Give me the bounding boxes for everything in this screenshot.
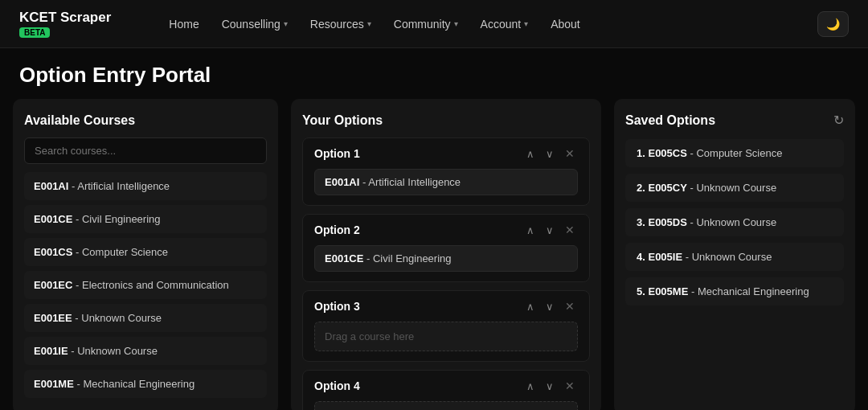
option-close-button[interactable]: ✕ xyxy=(562,299,578,314)
option-down-button[interactable]: ∨ xyxy=(542,300,557,314)
nav-account-label: Account xyxy=(481,18,522,31)
refresh-button[interactable]: ↻ xyxy=(833,114,844,127)
beta-badge: BETA xyxy=(19,27,50,38)
saved-options-heading: Saved Options xyxy=(625,113,715,128)
option-actions: ∧ ∨ ✕ xyxy=(523,379,578,393)
course-item[interactable]: E001CS - Computer Science xyxy=(24,238,267,266)
option-up-button[interactable]: ∧ xyxy=(523,223,538,237)
main-layout: Available Courses E001AI - Artificial In… xyxy=(0,99,868,410)
saved-list: 1. E005CS - Computer Science2. E005CY - … xyxy=(625,139,844,305)
nav-home-label: Home xyxy=(169,18,199,31)
course-item[interactable]: E001CE - Civil Engineering xyxy=(24,205,267,233)
option-header: Option 2 ∧ ∨ ✕ xyxy=(303,215,589,245)
option-body: Drag a course here xyxy=(303,322,589,361)
option-header: Option 3 ∧ ∨ ✕ xyxy=(303,291,589,322)
nav-account-chevron: ▾ xyxy=(524,19,528,28)
option-label: Option 4 xyxy=(314,379,360,392)
option-up-button[interactable]: ∧ xyxy=(523,379,538,393)
available-courses-panel: Available Courses E001AI - Artificial In… xyxy=(13,99,278,410)
saved-options-header: Saved Options ↻ xyxy=(625,113,844,128)
option-up-button[interactable]: ∧ xyxy=(523,147,538,161)
option-down-button[interactable]: ∨ xyxy=(542,223,557,237)
option-card: Option 4 ∧ ∨ ✕ Drag a course here xyxy=(302,370,590,410)
available-courses-heading: Available Courses xyxy=(24,113,267,128)
options-list: Option 1 ∧ ∨ ✕ E001AI - Artificial Intel… xyxy=(302,137,590,410)
saved-item: 3. E005DS - Unknown Course xyxy=(625,208,844,236)
nav-counselling-label: Counselling xyxy=(222,18,280,31)
saved-item: 4. E005IE - Unknown Course xyxy=(625,243,844,271)
nav-resources-label: Resources xyxy=(310,18,364,31)
nav-community[interactable]: Community ▾ xyxy=(384,11,468,37)
course-item[interactable]: E001EC - Electronics and Communication xyxy=(24,271,267,299)
saved-item: 2. E005CY - Unknown Course xyxy=(625,174,844,202)
saved-item: 5. E005ME - Mechanical Engineering xyxy=(625,277,844,305)
saved-item: 1. E005CS - Computer Science xyxy=(625,139,844,167)
nav-account[interactable]: Account ▾ xyxy=(471,11,538,37)
nav-counselling-chevron: ▾ xyxy=(284,19,288,28)
drag-placeholder: Drag a course here xyxy=(314,322,578,351)
drag-placeholder: Drag a course here xyxy=(314,401,578,410)
nav-about-label: About xyxy=(551,18,580,31)
courses-list: E001AI - Artificial IntelligenceE001CE -… xyxy=(24,172,267,398)
navbar: KCET Scraper BETA Home Counselling ▾ Res… xyxy=(0,0,868,48)
option-close-button[interactable]: ✕ xyxy=(562,223,578,237)
nav-about[interactable]: About xyxy=(541,11,590,37)
saved-options-panel: Saved Options ↻ 1. E005CS - Computer Sci… xyxy=(614,99,855,410)
option-close-button[interactable]: ✕ xyxy=(562,379,578,393)
option-card: Option 1 ∧ ∨ ✕ E001AI - Artificial Intel… xyxy=(302,137,590,206)
search-input[interactable] xyxy=(24,137,267,164)
nav-community-label: Community xyxy=(394,18,451,31)
nav-links: Home Counselling ▾ Resources ▾ Community… xyxy=(159,11,817,37)
option-up-button[interactable]: ∧ xyxy=(523,300,538,314)
dark-mode-button[interactable]: 🌙 xyxy=(817,11,849,37)
option-course-tag: E001AI - Artificial Intelligence xyxy=(314,169,578,195)
nav-resources[interactable]: Resources ▾ xyxy=(301,11,381,37)
nav-resources-chevron: ▾ xyxy=(367,19,371,28)
option-down-button[interactable]: ∨ xyxy=(542,379,557,393)
option-close-button[interactable]: ✕ xyxy=(562,146,578,161)
option-label: Option 3 xyxy=(314,300,360,313)
option-label: Option 2 xyxy=(314,223,360,236)
your-options-heading: Your Options xyxy=(302,113,590,128)
option-card: Option 3 ∧ ∨ ✕ Drag a course here xyxy=(302,290,590,362)
your-options-panel: Your Options Option 1 ∧ ∨ ✕ E001AI - Art… xyxy=(291,99,601,410)
option-card: Option 2 ∧ ∨ ✕ E001CE - Civil Engineerin… xyxy=(302,214,590,282)
nav-home[interactable]: Home xyxy=(159,11,208,37)
brand-title: KCET Scraper xyxy=(19,10,111,26)
brand: KCET Scraper BETA xyxy=(19,10,111,38)
nav-counselling[interactable]: Counselling ▾ xyxy=(212,11,297,37)
course-item[interactable]: E001IE - Unknown Course xyxy=(24,337,267,365)
option-body: E001CE - Civil Engineering xyxy=(303,245,589,281)
option-header: Option 4 ∧ ∨ ✕ xyxy=(303,371,589,401)
nav-right: 🌙 xyxy=(817,11,849,37)
option-actions: ∧ ∨ ✕ xyxy=(523,146,578,161)
option-actions: ∧ ∨ ✕ xyxy=(523,223,578,237)
course-item[interactable]: E001EE - Unknown Course xyxy=(24,304,267,332)
option-down-button[interactable]: ∨ xyxy=(542,147,557,161)
option-body: E001AI - Artificial Intelligence xyxy=(303,169,589,205)
page-title: Option Entry Portal xyxy=(0,48,868,99)
option-actions: ∧ ∨ ✕ xyxy=(523,299,578,314)
nav-community-chevron: ▾ xyxy=(454,19,458,28)
option-body: Drag a course here xyxy=(303,401,589,410)
course-item[interactable]: E001AI - Artificial Intelligence xyxy=(24,172,267,200)
option-course-tag: E001CE - Civil Engineering xyxy=(314,245,578,272)
course-item[interactable]: E001ME - Mechanical Engineering xyxy=(24,370,267,398)
option-label: Option 1 xyxy=(314,147,360,160)
option-header: Option 1 ∧ ∨ ✕ xyxy=(303,138,589,169)
